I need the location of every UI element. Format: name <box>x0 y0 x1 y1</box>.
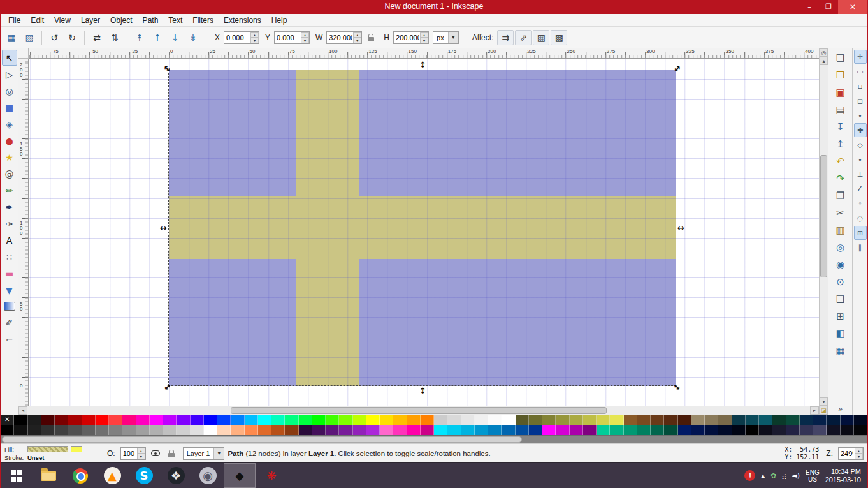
clone-button[interactable]: ⊞ <box>831 308 850 325</box>
palette-scrollbar-thumb[interactable] <box>2 436 522 443</box>
palette-swatch[interactable] <box>461 425 475 435</box>
palette-swatch[interactable] <box>542 415 556 425</box>
selection-handle-r[interactable]: ↔ <box>677 224 684 232</box>
palette-swatch[interactable] <box>82 415 96 425</box>
ellipse-tool[interactable]: ● <box>2 133 17 149</box>
menu-help[interactable]: Help <box>266 15 293 26</box>
palette-swatch[interactable] <box>786 425 800 435</box>
palette-swatch[interactable] <box>68 425 82 435</box>
snap-nodes-toggle[interactable]: ✚ <box>854 123 867 137</box>
copy-button[interactable]: ❐ <box>831 188 850 204</box>
eraser-tool[interactable]: ▬ <box>2 265 17 281</box>
palette-swatch[interactable] <box>664 415 677 425</box>
palette-swatch[interactable] <box>421 425 434 435</box>
palette-swatch[interactable] <box>813 415 827 425</box>
taskbar-vlc[interactable]: ▲ <box>96 463 128 488</box>
palette-swatch[interactable] <box>583 415 597 425</box>
palette-swatch[interactable] <box>163 415 177 425</box>
palette-scrollbar[interactable] <box>1 435 867 443</box>
palette-swatch[interactable] <box>705 425 718 435</box>
snap-enable-toggle[interactable]: ✛ <box>854 50 867 64</box>
vscroll-thumb[interactable] <box>820 155 827 278</box>
redo-button[interactable]: ↷ <box>831 170 850 187</box>
palette-swatch[interactable] <box>488 415 502 425</box>
zoom-tool[interactable]: ◎ <box>2 83 17 99</box>
fill-secondary-swatch[interactable] <box>71 446 82 452</box>
snap-grid-toggle[interactable]: ⊞ <box>854 226 867 240</box>
snap-paths-toggle[interactable]: ◇ <box>854 138 867 152</box>
palette-swatch[interactable] <box>827 415 840 425</box>
palette-swatch[interactable] <box>122 415 136 425</box>
palette-swatch[interactable] <box>610 425 623 435</box>
cms-toggle-button[interactable]: ◪ <box>820 406 828 415</box>
star-tool[interactable]: ★ <box>2 149 17 165</box>
print-button[interactable]: ▤ <box>831 101 850 118</box>
palette-swatch[interactable] <box>772 415 786 425</box>
palette-swatch[interactable] <box>854 425 867 435</box>
palette-swatch[interactable] <box>28 415 41 425</box>
raise-to-top-button[interactable]: ↟ <box>131 30 148 45</box>
palette-swatch[interactable] <box>380 415 393 425</box>
palette-swatch[interactable] <box>841 415 854 425</box>
new-document-button[interactable]: ❏ <box>831 50 850 66</box>
close-button[interactable]: ✕ <box>838 0 867 14</box>
palette-swatch[interactable] <box>163 425 177 435</box>
dropper-tool[interactable]: ✐ <box>2 314 17 330</box>
network-icon[interactable]: ⣴ <box>781 471 786 480</box>
palette-swatch[interactable] <box>800 425 813 435</box>
palette-swatch[interactable] <box>583 425 597 435</box>
palette-swatch[interactable] <box>150 425 163 435</box>
lock-ratio-toggle[interactable] <box>365 31 377 44</box>
palette-swatch[interactable] <box>339 425 352 435</box>
snap-centers-toggle[interactable]: ◌ <box>854 211 867 225</box>
palette-swatch[interactable] <box>326 415 339 425</box>
hscroll-right-button[interactable]: ▸ <box>810 406 819 415</box>
palette-swatch[interactable] <box>245 425 258 435</box>
hscroll-thumb[interactable] <box>231 407 606 414</box>
palette-swatch[interactable] <box>122 425 136 435</box>
palette-swatch[interactable] <box>475 425 488 435</box>
palette-swatch[interactable] <box>434 415 447 425</box>
palette-swatch[interactable] <box>813 425 827 435</box>
palette-swatch[interactable] <box>231 425 244 435</box>
palette-swatch[interactable] <box>529 425 542 435</box>
selection-handle-t[interactable]: ↔ <box>418 61 426 68</box>
snap-midpoints-toggle[interactable]: ◦ <box>854 196 867 211</box>
minimize-button[interactable]: – <box>800 0 819 14</box>
vertical-scrollbar[interactable]: ◎ ▴ ▾ ◪ <box>819 48 828 415</box>
menu-filters[interactable]: Filters <box>187 15 219 26</box>
fill-swatch[interactable] <box>27 446 68 452</box>
palette-swatch[interactable] <box>502 425 515 435</box>
palette-swatch[interactable] <box>312 415 326 425</box>
snap-smooth-nodes-toggle[interactable]: ∠ <box>854 182 867 196</box>
vertical-ruler[interactable]: 2 0 01 5 01 0 05 00 <box>18 59 29 406</box>
transform-patterns-toggle[interactable]: ▩ <box>551 30 567 45</box>
h-spin-down[interactable]: ▾ <box>420 38 428 43</box>
horizontal-ruler[interactable]: -75-50-250255075100125150175200225250275… <box>29 48 819 59</box>
tray-app-icon[interactable]: ✿ <box>770 471 776 480</box>
palette-swatch[interactable] <box>217 415 231 425</box>
palette-swatch[interactable] <box>691 425 705 435</box>
palette-swatch[interactable] <box>41 425 55 435</box>
menu-layer[interactable]: Layer <box>76 15 105 26</box>
rotate-ccw-button[interactable]: ↺ <box>46 30 62 45</box>
palette-swatch[interactable] <box>366 415 380 425</box>
palette-swatch[interactable] <box>732 415 746 425</box>
selector-tool[interactable]: ↖ <box>2 50 17 66</box>
transform-stroke-toggle[interactable]: ⇉ <box>497 30 514 45</box>
palette-swatch[interactable] <box>854 415 867 425</box>
palette-swatch[interactable] <box>516 415 529 425</box>
palette-swatch[interactable] <box>96 415 109 425</box>
palette-swatch[interactable] <box>488 425 502 435</box>
palette-swatch[interactable] <box>353 425 366 435</box>
palette-swatch[interactable] <box>271 425 285 435</box>
w-spin-down[interactable]: ▾ <box>353 38 361 43</box>
taskbar-inkscape[interactable]: ◆ <box>224 463 256 488</box>
horizontal-scrollbar[interactable]: ◂ ▸ <box>18 406 819 415</box>
palette-swatch[interactable] <box>651 415 664 425</box>
palette-swatch[interactable] <box>407 415 421 425</box>
palette-swatch[interactable] <box>475 415 488 425</box>
tray-expand-icon[interactable]: ▴ <box>761 471 765 480</box>
taskbar-audio-app[interactable]: ◉ <box>192 463 224 488</box>
palette-swatch[interactable] <box>718 415 732 425</box>
